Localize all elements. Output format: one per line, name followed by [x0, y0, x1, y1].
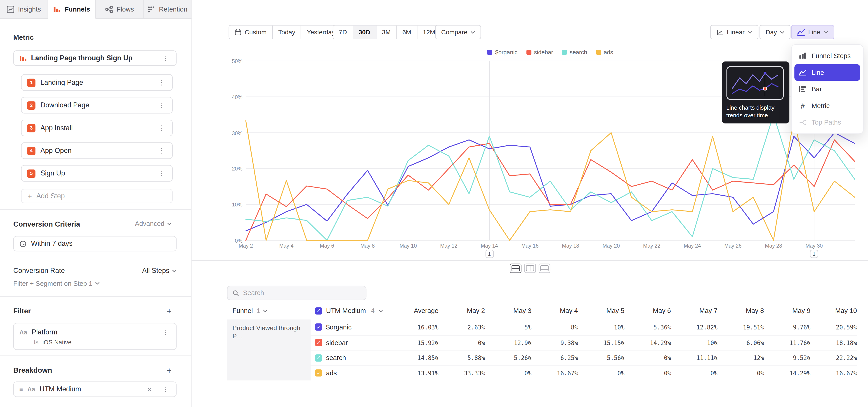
date-column-header[interactable]: May 8 — [717, 307, 764, 315]
layout-split-horizontal-button[interactable] — [510, 264, 522, 273]
cell-value: 0% — [717, 370, 764, 376]
date-column-header[interactable]: May 7 — [671, 307, 717, 315]
funnel-column-header[interactable]: Funnel 1 — [227, 307, 311, 315]
funnel-step-row[interactable]: 1Landing Page — [21, 74, 173, 91]
chart-annotation-badge[interactable]: 1 — [810, 250, 818, 258]
funnel-steps-icon — [799, 52, 807, 60]
x-axis-tick-label: May 4 — [273, 243, 300, 249]
menu-item-label: Line — [811, 69, 824, 76]
series-line-sidebar[interactable] — [246, 140, 855, 240]
kebab-menu-icon[interactable] — [157, 101, 166, 109]
date-column-header[interactable]: May 5 — [578, 307, 625, 315]
y-axis-tick-label: 50% — [214, 58, 242, 64]
funnel-metric-icon — [20, 55, 27, 62]
line-chart-icon — [799, 69, 807, 76]
breakdown-table: Funnel 1 UTM Medium 4 Average May 2May 3… — [227, 304, 857, 380]
metric-hash-icon — [799, 102, 807, 109]
menu-item-label: Metric — [811, 102, 830, 109]
add-step-label: Add Step — [36, 192, 65, 200]
date-column-header[interactable]: May 10 — [810, 307, 857, 315]
series-name: $organic — [326, 323, 351, 331]
flows-icon — [105, 5, 113, 13]
kebab-menu-icon[interactable] — [157, 123, 166, 132]
date-column-header[interactable]: May 6 — [624, 307, 671, 315]
funnel-steps-list: 1Landing Page2Download Page3App Install4… — [21, 74, 173, 182]
filter-section-header: Filter — [13, 307, 172, 315]
funnels-icon — [53, 5, 61, 13]
filter-property-name: Platform — [32, 328, 57, 336]
filter-segment-dropdown[interactable]: Filter + Segment on Step 1 — [13, 280, 177, 287]
all-steps-dropdown[interactable]: All Steps — [142, 267, 177, 275]
funnel-step-row[interactable]: 5Sign Up — [21, 165, 173, 182]
conversion-window-row[interactable]: Within 7 days — [13, 236, 177, 251]
tab-flows[interactable]: Flows — [96, 0, 144, 19]
table-row: $organic16.03%2.63%5%8%10%5.36%12.82%19.… — [311, 319, 857, 335]
menu-item-top-paths: Top Paths — [794, 114, 860, 130]
table-row: ads13.91%33.33%0%16.67%0%0%0%0%14.29%16.… — [311, 365, 857, 380]
date-column-header[interactable]: May 3 — [485, 307, 531, 315]
tab-funnels[interactable]: Funnels — [48, 0, 96, 19]
funnel-step-row[interactable]: 2Download Page — [21, 97, 173, 114]
drag-handle-icon[interactable] — [20, 386, 23, 393]
table-rows: $organic16.03%2.63%5%8%10%5.36%12.82%19.… — [311, 319, 857, 380]
bar-chart-icon — [799, 85, 807, 93]
cell-value: 6.25% — [531, 354, 578, 361]
search-input[interactable] — [243, 289, 361, 296]
menu-item-bar[interactable]: Bar — [794, 81, 860, 97]
layout-split-vertical-button[interactable] — [524, 264, 536, 273]
menu-item-funnel-steps[interactable]: Funnel Steps — [794, 48, 860, 64]
advanced-dropdown[interactable]: Advanced — [135, 220, 172, 227]
funnel-step-row[interactable]: 3App Install — [21, 120, 173, 136]
cell-value: 5.88% — [438, 354, 485, 361]
series-cell: ads — [311, 369, 391, 377]
funnel-group-cell[interactable]: Product Viewed through P… — [227, 319, 311, 380]
kebab-menu-icon[interactable] — [157, 169, 166, 178]
average-column-header[interactable]: Average — [391, 307, 438, 315]
top-paths-icon — [799, 119, 807, 126]
x-axis-tick-label: May 26 — [720, 243, 746, 249]
kebab-menu-icon[interactable] — [160, 328, 170, 337]
series-cell: $organic — [311, 323, 391, 331]
tab-retention[interactable]: Retention — [144, 0, 192, 19]
breakdown-column-header[interactable]: UTM Medium 4 — [311, 307, 391, 315]
chart-annotation-badge[interactable]: 1 — [485, 250, 494, 258]
series-line-search[interactable] — [246, 115, 855, 240]
kebab-menu-icon[interactable] — [157, 78, 166, 87]
series-checkbox[interactable] — [315, 339, 322, 346]
funnel-metric-card[interactable]: Landing Page through Sign Up — [13, 51, 177, 66]
kebab-menu-icon[interactable] — [160, 385, 170, 394]
conversion-rate-label: Conversion Rate — [13, 267, 65, 275]
conversion-rate-row: Conversion Rate All Steps — [13, 267, 177, 275]
cell-value: 0% — [578, 370, 625, 376]
step-label: Download Page — [40, 101, 89, 109]
filter-property-row: Aa Platform — [20, 327, 170, 338]
series-line-ads[interactable] — [246, 118, 855, 240]
x-axis-tick-label: May 12 — [436, 243, 462, 249]
date-column-header[interactable]: May 9 — [764, 307, 811, 315]
date-column-header[interactable]: May 4 — [531, 307, 578, 315]
menu-item-line[interactable]: Line — [794, 64, 860, 81]
add-filter-button[interactable] — [167, 307, 172, 315]
filter-platform-card[interactable]: Aa Platform Is iOS Native — [13, 323, 177, 350]
kebab-menu-icon[interactable] — [160, 54, 170, 63]
series-name: ads — [326, 369, 337, 377]
menu-item-metric[interactable]: Metric — [794, 97, 860, 114]
date-column-header[interactable]: May 2 — [438, 307, 485, 315]
add-breakdown-button[interactable] — [167, 366, 172, 374]
breakdown-utm-card[interactable]: Aa UTM Medium — [13, 381, 177, 397]
series-checkbox[interactable] — [315, 323, 322, 331]
layout-chart-only-button[interactable] — [539, 264, 550, 273]
cell-value: 6.06% — [717, 339, 764, 346]
add-step-button[interactable]: Add Step — [21, 189, 173, 203]
tab-insights[interactable]: Insights — [0, 0, 48, 19]
remove-breakdown-icon[interactable] — [147, 385, 152, 393]
chevron-down-icon — [167, 222, 172, 225]
x-axis-tick-label: May 10 — [395, 243, 422, 249]
select-all-checkbox[interactable] — [315, 307, 322, 314]
tab-label: Retention — [159, 5, 187, 13]
chart-type-menu: Funnel Steps Line Bar Metric Top Paths — [791, 44, 864, 134]
series-checkbox[interactable] — [315, 370, 322, 377]
kebab-menu-icon[interactable] — [157, 146, 166, 155]
series-checkbox[interactable] — [315, 354, 322, 362]
funnel-step-row[interactable]: 4App Open — [21, 142, 173, 159]
